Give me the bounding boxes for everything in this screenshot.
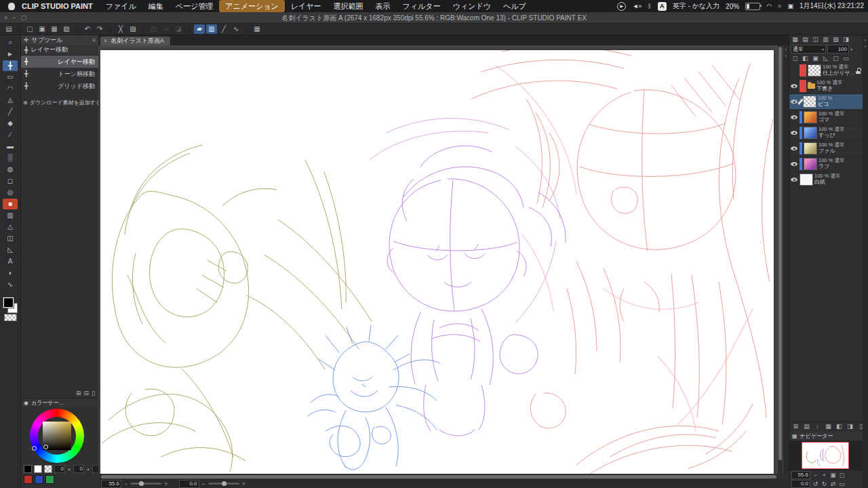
duplicate-subtool-icon[interactable]: ⊟: [84, 390, 90, 396]
color-set-swatch-red[interactable]: [24, 475, 33, 484]
nav-zoom-out-icon[interactable]: −: [812, 472, 819, 479]
menu-file[interactable]: ファイル: [100, 0, 142, 12]
set-draft-icon[interactable]: ▢: [831, 55, 840, 62]
battery-icon[interactable]: [745, 3, 760, 10]
window-close-button[interactable]: ×: [4, 12, 7, 24]
rotate-slider[interactable]: [208, 483, 239, 485]
eraser-tool[interactable]: ◻: [3, 176, 18, 186]
layer-row-finish-size[interactable]: 100 % 通常 仕上がりサ…: [789, 63, 863, 79]
nav-zoom-in-icon[interactable]: +: [821, 472, 828, 479]
balloon-tool[interactable]: ◗: [3, 268, 18, 279]
tone-icon[interactable]: ▥: [821, 36, 830, 43]
layer-visibility-icon[interactable]: [791, 146, 798, 151]
zoom-value-field[interactable]: 55.6: [101, 480, 121, 488]
ruler-range-icon[interactable]: ◺: [821, 55, 830, 62]
color-set-swatch-blue[interactable]: [35, 475, 43, 484]
layer-row[interactable]: 100 % 通常 ラフ: [789, 157, 863, 172]
snap-ruler-icon[interactable]: ▰: [194, 24, 205, 34]
layer-move-tool[interactable]: ╋: [3, 60, 18, 71]
mask-view-icon[interactable]: ◨: [842, 36, 850, 43]
layer-name[interactable]: 白紙: [814, 180, 861, 186]
eyedropper-tool[interactable]: ╱: [3, 106, 18, 117]
subtool-menu-icon[interactable]: ≡: [92, 37, 96, 43]
delete-subtool-icon[interactable]: ▯: [92, 390, 95, 396]
layer-thumbnail[interactable]: [804, 158, 817, 170]
clear-icon[interactable]: ╳: [115, 24, 126, 34]
navigator-canvas-preview[interactable]: [802, 442, 849, 469]
opacity-arrow-icon[interactable]: ▾: [850, 47, 852, 52]
strip-right-arrow-icon[interactable]: ›: [863, 43, 868, 49]
red-value-field[interactable]: 0: [54, 465, 65, 473]
brush-tool[interactable]: ▬: [3, 141, 18, 152]
gradient-tool[interactable]: ▥: [3, 210, 18, 221]
layer-visibility-icon[interactable]: [791, 161, 798, 167]
correction-line-icon[interactable]: ╱: [218, 24, 229, 34]
window-minimize-button[interactable]: −: [12, 12, 16, 24]
layer-row-paper[interactable]: 100 % 通常 白紙: [789, 172, 863, 188]
pen-tool[interactable]: ◆: [3, 118, 18, 129]
canvas-vertical-scrollbar[interactable]: [778, 45, 783, 474]
mini-transparent-swatch[interactable]: [44, 465, 52, 473]
new-folder-icon[interactable]: ▤: [802, 423, 811, 430]
layer-name[interactable]: ファル: [818, 148, 861, 155]
navigator-preview-area[interactable]: [789, 441, 863, 470]
nav-actual-size-icon[interactable]: ◻: [838, 472, 846, 479]
fill-command-icon[interactable]: ▨: [127, 24, 138, 34]
menu-window[interactable]: ウィンドウ: [447, 0, 497, 12]
collapse-left-arrow-icon[interactable]: ‹: [783, 47, 789, 53]
layer-name[interactable]: 仕上がりサ…: [823, 70, 854, 77]
layer-opacity-field[interactable]: 100: [827, 45, 849, 54]
palette-toggle-icon[interactable]: ▤: [3, 24, 14, 34]
menu-animation[interactable]: アニメーション: [219, 0, 285, 12]
volume-icon[interactable]: ◄»: [632, 2, 642, 10]
menu-page-manage[interactable]: ページ管理: [170, 0, 220, 12]
layer-row-selected[interactable]: 100 % ピコ: [789, 94, 863, 110]
zoom-tool[interactable]: ○: [3, 37, 18, 48]
input-source-label[interactable]: 英字 - かな入力: [673, 1, 719, 11]
canvas[interactable]: [100, 50, 774, 474]
menu-help[interactable]: ヘルプ: [497, 0, 532, 12]
green-stepper-icon[interactable]: ▲: [86, 467, 90, 471]
layer-name[interactable]: すっぴ: [818, 133, 861, 139]
nav-fit-icon[interactable]: ▣: [829, 472, 837, 479]
rotate-value-field[interactable]: 0.0: [179, 480, 199, 488]
nav-rotate-left-icon[interactable]: ↺: [812, 481, 819, 487]
thumbnail-size-icon[interactable]: ▦: [791, 36, 800, 43]
hue-ring[interactable]: [30, 409, 84, 463]
download-materials-link[interactable]: ⊕ ダウンロード素材を追加する: [21, 99, 98, 106]
subtool-item-grid-move[interactable]: ╋ グリッド移動: [21, 80, 98, 92]
correct-line-tool[interactable]: ∿: [3, 279, 18, 290]
apply-mask-icon[interactable]: ◨: [846, 423, 854, 430]
menu-layer[interactable]: レイヤー: [285, 0, 328, 12]
menubar-clock[interactable]: 1月14日(水) 23:21:22: [800, 1, 864, 11]
red-stepper-icon[interactable]: ▲: [67, 467, 71, 471]
effect-icon[interactable]: ▧: [831, 36, 840, 43]
collapse-right-arrow-icon[interactable]: ›: [783, 53, 789, 59]
far-right-collapse-strip[interactable]: ‹ ›: [863, 35, 868, 488]
blend-mode-select[interactable]: 通常 ▾: [791, 45, 826, 54]
color-set-swatch-green[interactable]: [45, 475, 54, 484]
layer-row[interactable]: 100 % 通常 ゴマ: [789, 110, 863, 125]
layer-thumbnail[interactable]: [804, 142, 817, 155]
menu-selection[interactable]: 選択範囲: [328, 0, 370, 12]
control-center-icon[interactable]: ▣: [787, 2, 793, 10]
correction-curve-icon[interactable]: ∿: [231, 24, 241, 34]
right-panel-collapse-strip[interactable]: ‹ ›: [783, 45, 789, 474]
canvas-horizontal-scrollbar[interactable]: [98, 474, 789, 479]
undo-icon[interactable]: ↶: [82, 24, 93, 34]
strip-left-arrow-icon[interactable]: ‹: [863, 37, 868, 43]
zoom-out-icon[interactable]: −: [124, 481, 127, 487]
sv-indicator[interactable]: [43, 445, 48, 449]
decoration-tool[interactable]: ◍: [3, 164, 18, 175]
document-tab[interactable]: × 名刺イラスト原画A: [100, 37, 170, 45]
layer-color-icon[interactable]: ▭: [842, 55, 850, 62]
nav-reset-icon[interactable]: ⇄: [829, 481, 837, 487]
lasso-tool[interactable]: ◠: [3, 83, 18, 94]
menu-app-name[interactable]: CLIP STUDIO PAINT: [20, 0, 100, 12]
play-icon[interactable]: ▶: [617, 2, 626, 11]
main-color-swatch[interactable]: [3, 298, 14, 308]
lock-alpha-icon[interactable]: ◧: [801, 55, 810, 62]
figure-tool[interactable]: △: [3, 222, 18, 232]
enable-mask-icon[interactable]: ▣: [811, 55, 820, 62]
operation-tool[interactable]: ►: [3, 49, 18, 60]
